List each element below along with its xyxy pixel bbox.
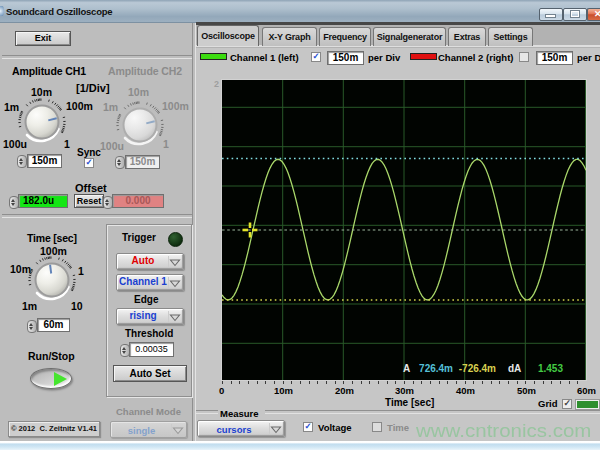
svg-text:dA: dA <box>508 363 521 374</box>
svg-text:-726.4m: -726.4m <box>459 363 496 374</box>
svg-text:726.4m: 726.4m <box>419 363 453 374</box>
svg-text:A: A <box>403 363 410 374</box>
svg-text:1.453: 1.453 <box>538 363 563 374</box>
